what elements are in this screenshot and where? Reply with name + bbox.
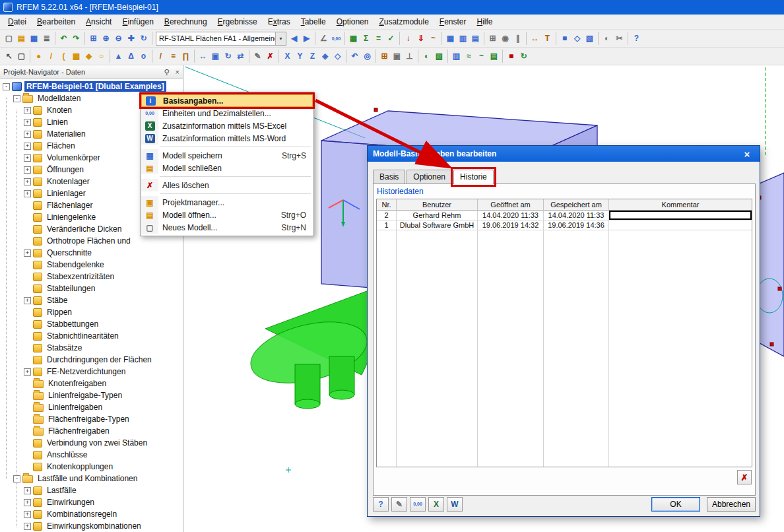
tree-item-flaechenfreigabe-typen[interactable]: Flächenfreigabe-Typen [0,413,183,425]
tree-item-staebe[interactable]: +Stäbe [0,294,183,306]
context-item-zusatzinformation-mittels-ms-word[interactable]: WZusatzinformation mittels MS-Word [141,132,313,145]
rotate-view-icon[interactable]: ↻ [137,32,150,45]
context-item-alles-loeschen[interactable]: ✗Alles löschen [141,179,313,191]
panel-icon[interactable]: ▥ [457,32,469,45]
tree-item-rfem-beispiel-01-dlubal-examples[interactable]: -RFEM-Beispiel-01 [Dlubal Examples] [0,81,183,92]
table-cell[interactable] [609,220,752,230]
context-item-einheiten-und-dezimalstellen[interactable]: 0,00Einheiten und Dezimalstellen... [141,107,313,119]
context-item-neues-modell[interactable]: ▢Neues Modell...Strg+N [141,221,313,234]
tree-expand-box[interactable]: + [24,499,31,506]
context-item-basisangaben[interactable]: iBasisangaben... [141,94,313,107]
table-cell[interactable] [609,211,752,220]
table-cell[interactable]: Gerhard Rehm [397,211,478,220]
tree-expand-box[interactable]: + [24,143,31,150]
shadow-icon[interactable]: ▧ [583,32,596,45]
menubar-item-bearbeiten[interactable]: Bearbeiten [32,15,81,28]
check-icon[interactable]: ✓ [385,32,397,45]
tree-expand-box[interactable]: + [24,368,31,376]
tree-item-knotenfreigaben[interactable]: Knotenfreigaben [0,378,183,389]
menubar-item-ansicht[interactable]: Ansicht [81,15,117,28]
load-cases-icon[interactable]: ⇓ [414,32,427,45]
menubar-item-optionen[interactable]: Optionen [331,15,374,28]
select-window-icon[interactable]: ▢ [15,50,28,63]
work-plane-icon[interactable]: ⊞ [378,50,391,63]
zoom-in-icon[interactable]: ⊕ [100,32,112,45]
select-arrow-icon[interactable]: ↖ [3,50,15,63]
export-excel-icon[interactable]: X [428,497,444,512]
properties-icon[interactable]: ✎ [251,50,264,63]
new-solid-icon[interactable]: ◆ [82,50,95,63]
context-item-zusatzinformation-mittels-ms-excel[interactable]: XZusatzinformation mittels MS-Excel [141,119,313,132]
fe-mesh-settings-icon[interactable]: Σ [360,32,372,45]
tree-item-stabteilungen[interactable]: Stabteilungen [0,283,183,294]
chevron-down-icon[interactable]: ▼ [275,32,286,45]
tree-item-linienfreigaben[interactable]: Linienfreigaben [0,401,183,413]
cancel-button[interactable]: Abbrechen [707,497,756,512]
close-icon[interactable]: × [176,68,180,76]
tree-item-linienfreigabe-typen[interactable]: Linienfreigabe-Typen [0,389,183,401]
tree-expand-box[interactable]: + [24,487,31,494]
tree-expand-box[interactable]: + [24,297,31,304]
menubar-item-extras[interactable]: Extras [263,15,296,28]
view-y-icon[interactable]: Y [294,50,306,63]
tree-expand-box[interactable]: + [24,131,31,138]
menubar-item-einfuegen[interactable]: Einfügen [117,15,158,28]
results-icon[interactable]: ≈ [463,50,475,63]
loads-icon[interactable]: ↓ [402,32,414,45]
tree-item-orthotrope-flaechen-und[interactable]: Orthotrope Flächen und [0,235,183,247]
new-surface-icon[interactable]: ▦ [70,50,82,63]
tree-item-stabendgelenke[interactable]: Stabendgelenke [0,259,183,271]
snap-icon[interactable]: ◉ [499,32,511,45]
redo-icon[interactable]: ↷ [70,32,82,45]
imperfections-icon[interactable]: ~ [427,32,440,45]
table-cell[interactable]: 19.06.2019 14:32 [478,220,544,230]
render-solid-icon[interactable]: ■ [558,32,571,45]
help-icon[interactable]: ? [373,497,389,512]
units-icon[interactable]: 0,00 [330,32,343,45]
context-item-projektmanager[interactable]: ▣Projektmanager... [141,196,313,209]
tree-item-anschluesse[interactable]: Anschlüsse [0,449,183,461]
new-model-icon[interactable]: ▢ [3,32,15,45]
delete-object-icon[interactable]: ✗ [264,50,277,63]
tree-item-stabbettungen[interactable]: Stabbettungen [0,318,183,330]
delete-row-button[interactable]: ✗ [737,470,752,484]
grid-settings-icon[interactable]: ▣ [391,50,403,63]
member-set-icon[interactable]: ≡ [167,50,180,63]
tables-icon[interactable]: ▦ [444,32,457,45]
refresh-icon[interactable]: ↻ [517,50,530,63]
tab-historie[interactable]: Historie [453,170,494,184]
context-item-modell-oeffnen[interactable]: ▤Modell öffnen...Strg+O [141,209,313,221]
table-cell[interactable]: 14.04.2020 11:33 [478,211,544,220]
open-model-icon[interactable]: ▤ [15,32,28,45]
tree-expand-box[interactable]: + [24,523,31,530]
module-combo[interactable]: RF-STAHL Flächen FA1 - Allgemeine Sp▼ [156,32,286,46]
tree-item-durchdringungen-der-flaechen[interactable]: Durchdringungen der Flächen [0,354,183,366]
tree-item-lastfaelle-und-kombinationen[interactable]: -Lastfälle und Kombinationen [0,473,183,484]
zoom-out-icon[interactable]: ⊖ [112,32,125,45]
menubar-item-ergebnisse[interactable]: Ergebnisse [212,15,263,28]
tree-expand-box[interactable]: + [24,178,31,185]
table-cell[interactable]: 19.06.2019 14:36 [544,220,609,230]
navigator-icon[interactable]: ▤ [469,32,482,45]
tree-item-lastfaelle[interactable]: +Lastfälle [0,484,183,496]
menubar-item-berechnung[interactable]: Berechnung [159,15,212,28]
stop-icon[interactable]: ■ [505,50,517,63]
visibility-icon[interactable]: ◐ [601,32,613,45]
context-item-modell-speichern[interactable]: ▦Modell speichernStrg+S [141,149,313,162]
units-icon[interactable]: 0,00 [410,497,426,512]
line-support-icon[interactable]: Δ [125,50,137,63]
line-hinge-icon[interactable]: o [137,50,150,63]
tab-basis[interactable]: Basis [373,170,405,183]
menubar-item-zusatzmodule[interactable]: Zusatzmodule [374,15,434,28]
previous-view-icon[interactable]: ↶ [348,50,361,63]
new-arc-icon[interactable]: ( [57,50,70,63]
tree-expand-box[interactable]: + [24,511,31,518]
copy-object-icon[interactable]: ▣ [209,50,222,63]
table-cell[interactable]: 2 [377,211,397,220]
tree-item-stabnichtlinearitaeten[interactable]: Stabnichtlinearitäten [0,330,183,342]
tree-item-einwirkungskombinationen[interactable]: +Einwirkungskombinationen [0,520,183,532]
mirror-icon[interactable]: ⇄ [234,50,247,63]
tree-item-kombinationsregeln[interactable]: +Kombinationsregeln [0,508,183,520]
tree-expand-box[interactable]: + [24,107,31,114]
dimension-icon[interactable]: ↔ [529,32,541,45]
